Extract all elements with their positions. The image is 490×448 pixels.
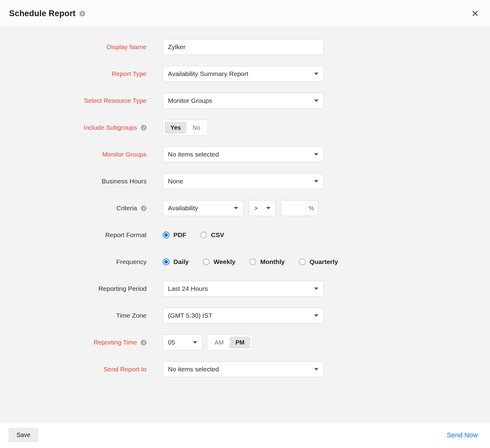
reporting-time-label: Reporting Time	[94, 339, 137, 346]
field-row-reporting-period: Reporting Period Last 24 Hours	[0, 281, 490, 297]
time-zone-label: Time Zone	[116, 312, 147, 319]
resource-type-label: Select Resource Type	[84, 97, 147, 104]
business-hours-value: None	[168, 178, 183, 185]
meridiem-toggle: AM PM	[207, 334, 252, 350]
display-name-input[interactable]	[163, 39, 324, 55]
frequency-daily-radio[interactable]: Daily	[163, 258, 189, 266]
radio-label: Daily	[173, 258, 189, 266]
field-row-display-name: Display Name	[0, 39, 490, 55]
schedule-report-modal: Schedule Report i ✕ Display Name Report …	[0, 0, 490, 448]
criteria-threshold-input[interactable]	[281, 201, 304, 216]
criteria-label: Criteria	[116, 204, 137, 212]
report-type-label: Report Type	[112, 70, 147, 78]
radio-label: Monthly	[260, 258, 285, 266]
radio-label: Quarterly	[310, 258, 338, 266]
pm-button[interactable]: PM	[230, 337, 250, 349]
radio-icon	[249, 258, 256, 265]
modal-header: Schedule Report i ✕	[0, 0, 490, 27]
field-row-report-type: Report Type Availability Summary Report	[0, 66, 490, 82]
field-row-time-zone: Time Zone (GMT 5:30) IST	[0, 308, 490, 323]
criteria-operator-value: >	[254, 204, 258, 212]
report-format-label: Report Format	[105, 231, 147, 239]
chevron-down-icon	[234, 207, 238, 209]
resource-type-value: Monitor Groups	[168, 97, 212, 104]
chevron-down-icon	[314, 180, 318, 182]
send-now-link[interactable]: Send Now	[447, 431, 478, 439]
frequency-monthly-radio[interactable]: Monthly	[249, 258, 285, 266]
report-format-pdf-radio[interactable]: PDF	[163, 231, 186, 239]
am-button[interactable]: AM	[209, 337, 230, 349]
field-row-report-format: Report Format PDF CSV	[0, 227, 490, 243]
modal-footer: Save Send Now	[0, 422, 490, 448]
criteria-operator-select[interactable]: >	[249, 200, 276, 216]
chevron-down-icon	[314, 99, 318, 102]
field-row-monitor-groups: Monitor Groups No items selected	[0, 146, 490, 162]
reporting-time-info-icon[interactable]: i	[141, 340, 147, 345]
modal-body: Display Name Report Type Availability Su…	[0, 27, 490, 422]
criteria-metric-value: Availability	[168, 204, 198, 212]
chevron-down-icon	[193, 341, 197, 344]
time-zone-select[interactable]: (GMT 5:30) IST	[163, 308, 324, 323]
field-row-reporting-time: Reporting Time i 05 AM PM	[0, 334, 490, 350]
percent-suffix: %	[304, 201, 318, 216]
frequency-label: Frequency	[116, 258, 147, 266]
send-report-to-select[interactable]: No items selected	[163, 361, 324, 377]
field-row-include-subgroups: Include Subgroups i Yes No	[0, 120, 490, 135]
radio-label: CSV	[211, 231, 224, 239]
reporting-period-select[interactable]: Last 24 Hours	[163, 281, 324, 297]
chevron-down-icon	[314, 368, 318, 370]
report-format-csv-radio[interactable]: CSV	[200, 231, 224, 239]
chevron-down-icon	[266, 207, 270, 209]
page-title: Schedule Report	[9, 9, 76, 18]
field-row-frequency: Frequency Daily Weekly Monthly Quarterl	[0, 254, 490, 270]
include-subgroups-yes-button[interactable]: Yes	[165, 122, 187, 134]
criteria-threshold-group: %	[281, 200, 318, 216]
send-report-to-label: Send Report to	[103, 366, 147, 373]
radio-icon	[163, 232, 169, 238]
display-name-label: Display Name	[107, 43, 147, 51]
report-type-select[interactable]: Availability Summary Report	[163, 66, 324, 82]
resource-type-select[interactable]: Monitor Groups	[163, 93, 324, 109]
send-report-to-value: No items selected	[168, 366, 219, 373]
business-hours-label: Business Hours	[102, 178, 147, 185]
chevron-down-icon	[314, 153, 318, 156]
radio-icon	[163, 258, 169, 265]
reporting-period-label: Reporting Period	[98, 285, 147, 292]
chevron-down-icon	[314, 73, 318, 75]
report-type-value: Availability Summary Report	[168, 70, 248, 78]
include-subgroups-toggle: Yes No	[163, 120, 208, 135]
include-subgroups-label: Include Subgroups	[84, 124, 137, 131]
time-zone-value: (GMT 5:30) IST	[168, 312, 212, 319]
title-info-icon[interactable]: i	[79, 11, 85, 16]
radio-label: PDF	[173, 231, 186, 239]
field-row-business-hours: Business Hours None	[0, 173, 490, 189]
monitor-groups-label: Monitor Groups	[102, 151, 147, 158]
include-subgroups-no-button[interactable]: No	[187, 122, 206, 134]
radio-icon	[299, 258, 306, 265]
chevron-down-icon	[314, 287, 318, 290]
radio-label: Weekly	[213, 258, 235, 266]
chevron-down-icon	[314, 314, 318, 317]
reporting-hour-select[interactable]: 05	[163, 334, 202, 350]
monitor-groups-value: No items selected	[168, 151, 219, 158]
criteria-metric-select[interactable]: Availability	[163, 200, 243, 216]
business-hours-select[interactable]: None	[163, 173, 324, 189]
frequency-quarterly-radio[interactable]: Quarterly	[299, 258, 338, 266]
frequency-weekly-radio[interactable]: Weekly	[203, 258, 235, 266]
field-row-send-report-to: Send Report to No items selected	[0, 361, 490, 377]
field-row-criteria: Criteria i Availability > %	[0, 200, 490, 216]
reporting-period-value: Last 24 Hours	[168, 285, 208, 292]
save-button[interactable]: Save	[9, 428, 38, 442]
monitor-groups-select[interactable]: No items selected	[163, 146, 324, 162]
close-icon[interactable]: ✕	[470, 8, 481, 20]
radio-icon	[200, 232, 207, 238]
reporting-hour-value: 05	[168, 339, 175, 346]
criteria-info-icon[interactable]: i	[141, 205, 147, 211]
field-row-resource-type: Select Resource Type Monitor Groups	[0, 93, 490, 109]
include-subgroups-info-icon[interactable]: i	[141, 125, 147, 131]
radio-icon	[203, 258, 209, 265]
